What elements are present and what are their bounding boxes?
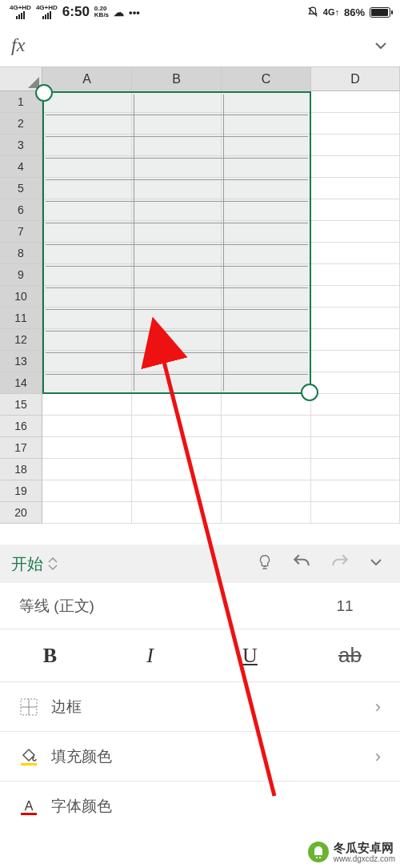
collapse-panel-icon[interactable]	[363, 549, 389, 578]
row-header[interactable]: 14	[0, 372, 42, 394]
col-header-b[interactable]: B	[132, 67, 222, 91]
row-header[interactable]: 17	[0, 437, 42, 459]
fill-label: 填充颜色	[51, 746, 112, 767]
row-header[interactable]: 9	[0, 264, 42, 286]
row-header[interactable]: 10	[0, 286, 42, 307]
fill-icon	[19, 747, 38, 766]
col-header-d[interactable]: D	[311, 67, 400, 91]
undo-icon[interactable]	[286, 547, 317, 581]
formula-bar: fx	[0, 24, 400, 67]
border-option[interactable]: 边框 ›	[0, 682, 400, 732]
svg-rect-6	[21, 813, 37, 815]
select-all-corner[interactable]	[0, 67, 42, 91]
row-header[interactable]: 3	[0, 135, 42, 156]
status-bar: 4G+HD 4G+HD 6:50 0.20KB/s ☁ ••• 4G↑ 86%	[0, 0, 400, 24]
column-headers[interactable]: A B C D	[42, 67, 400, 91]
row-header[interactable]: 6	[0, 199, 42, 221]
row-header[interactable]: 16	[0, 416, 42, 437]
row-header[interactable]: 18	[0, 459, 42, 480]
battery-icon	[370, 7, 390, 18]
svg-rect-4	[21, 763, 37, 766]
spreadsheet-grid[interactable]: A B C D 1 2 3 4 5 6 7 8 9 10 11 12 13 14…	[0, 67, 400, 524]
battery-pct: 86%	[344, 6, 365, 18]
cells-area[interactable]	[42, 91, 400, 524]
svg-text:A: A	[25, 799, 34, 813]
row-header[interactable]: 19	[0, 480, 42, 502]
text-style-row: B I U ab	[0, 629, 400, 682]
row-header[interactable]: 13	[0, 351, 42, 372]
fill-color-option[interactable]: 填充颜色 ›	[0, 732, 400, 782]
watermark: 冬瓜安卓网 www.dgxcdz.com	[308, 842, 395, 864]
row-header[interactable]: 11	[0, 307, 42, 329]
italic-button[interactable]: I	[100, 629, 200, 681]
weather-icon: ☁	[114, 6, 124, 18]
col-header-c[interactable]: C	[222, 67, 311, 91]
row-header[interactable]: 12	[0, 329, 42, 351]
status-time: 6:50	[62, 4, 90, 20]
status-left: 4G+HD 4G+HD 6:50 0.20KB/s ☁ •••	[10, 4, 140, 20]
col-header-a[interactable]: A	[42, 67, 132, 91]
chevron-right-icon: ›	[375, 697, 381, 717]
more-icon: •••	[129, 6, 140, 18]
lightbulb-icon[interactable]	[251, 549, 278, 579]
strikethrough-button[interactable]: ab	[300, 629, 400, 681]
font-color-label: 字体颜色	[51, 796, 112, 817]
redo-icon	[325, 547, 355, 581]
bold-button[interactable]: B	[0, 629, 100, 681]
bell-off-icon	[307, 6, 318, 18]
font-name[interactable]: 等线 (正文)	[19, 596, 94, 617]
row-header[interactable]: 20	[0, 502, 42, 524]
row-header[interactable]: 4	[0, 156, 42, 178]
watermark-logo-icon	[308, 842, 329, 862]
row-header[interactable]: 7	[0, 221, 42, 243]
row-headers[interactable]: 1 2 3 4 5 6 7 8 9 10 11 12 13 14 15 16 1…	[0, 91, 42, 524]
chevron-right-icon: ›	[375, 746, 381, 767]
fx-label[interactable]: fx	[11, 34, 25, 56]
border-label: 边框	[51, 697, 82, 717]
bottom-toolbar: 开始	[0, 545, 400, 583]
tab-switcher-icon[interactable]	[48, 557, 58, 570]
row-header[interactable]: 8	[0, 243, 42, 264]
status-right: 4G↑ 86%	[307, 6, 390, 18]
row-header[interactable]: 15	[0, 394, 42, 416]
font-selector-row[interactable]: 等线 (正文) 11	[0, 583, 400, 629]
row-header[interactable]: 1	[0, 91, 42, 113]
tab-home[interactable]: 开始	[11, 553, 58, 575]
chevron-down-icon[interactable]	[373, 38, 389, 54]
font-size-value[interactable]: 11	[309, 597, 381, 615]
format-panel: 等线 (正文) 11 B I U ab 边框 › 填充颜色 › A 字体颜色	[0, 583, 400, 831]
border-icon	[19, 697, 38, 717]
row-header[interactable]: 2	[0, 113, 42, 135]
font-color-icon: A	[19, 797, 38, 816]
row-header[interactable]: 5	[0, 178, 42, 199]
font-color-option[interactable]: A 字体颜色	[0, 782, 400, 831]
underline-button[interactable]: U	[200, 629, 300, 681]
